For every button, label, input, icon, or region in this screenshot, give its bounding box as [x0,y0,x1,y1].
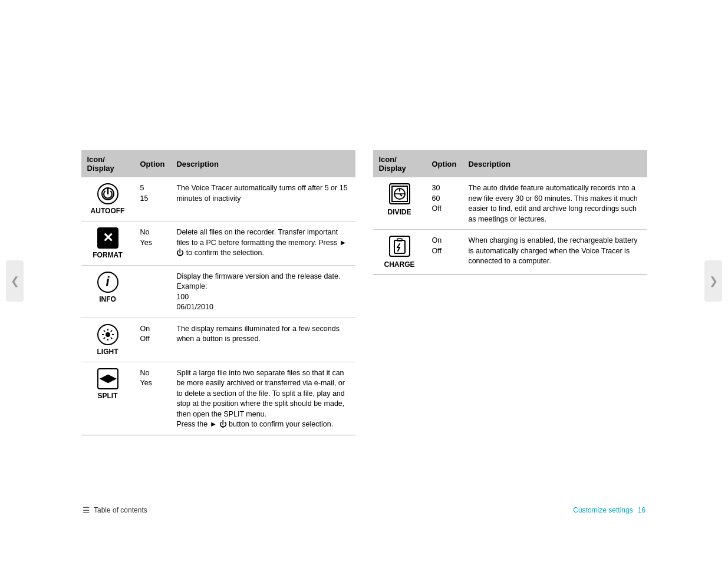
option-cell-light: OnOff [134,318,171,362]
icon-cell-format: ✕ FORMAT [81,222,134,266]
tables-row: Icon/Display Option Description [81,150,647,435]
info-label: INFO [87,295,129,305]
svg-line-9 [110,330,111,332]
desc-cell-charge: When charging is enabled, the rechargeab… [462,230,647,275]
format-label: FORMAT [87,250,129,260]
table-row: LIGHT OnOff The display remains illumina… [81,318,355,362]
icon-cell-autooff: AUTOOFF [81,177,134,221]
left-col-option: Option [134,150,171,177]
charge-label: CHARGE [379,260,420,270]
page-number: 16 [638,506,645,514]
svg-line-10 [103,338,104,339]
option-cell-format: NoYes [134,222,171,266]
desc-cell-divide: The auto divide feature automatically re… [462,177,647,230]
chevron-right-icon: ❯ [709,275,718,287]
icon-cell-split: ◀▶ SPLIT [81,362,134,435]
left-table: Icon/Display Option Description [81,150,355,435]
option-cell-autooff: 515 [134,177,171,221]
content-area: Icon/Display Option Description [81,150,647,435]
option-cell-info [134,265,171,318]
light-icon [97,324,118,345]
option-cell-split: NoYes [134,362,171,435]
left-col-icon-display: Icon/Display [81,150,134,177]
svg-line-7 [103,330,104,332]
split-label: SPLIT [87,391,129,401]
right-table: Icon/Display Option Description [373,150,647,275]
chevron-left-icon: ❮ [11,275,19,287]
right-col-option: Option [426,150,463,177]
light-label: LIGHT [87,347,129,357]
divide-label: DIVIDE [379,207,420,217]
info-icon: i [97,272,118,293]
table-row: ✕ FORMAT NoYes Delete all files on the r… [81,222,355,266]
table-row: i INFO Display the firmware version and … [81,265,355,318]
desc-cell-format: Delete all files on the recorder. Transf… [170,222,355,266]
autooff-label: AUTOOFF [87,206,129,216]
option-cell-charge: OnOff [426,230,463,275]
footer-right: Customize settings 16 [573,506,645,514]
divide-icon [389,183,410,204]
desc-cell-light: The display remains illuminated for a fe… [170,318,355,362]
svg-point-2 [106,332,110,337]
option-cell-divide: 3060Off [426,177,463,230]
footer-bar: ☰ Table of contents Customize settings 1… [0,505,728,515]
table-row: CHARGE OnOff When charging is enabled, t… [373,230,647,275]
autooff-icon [97,183,118,204]
page: ❮ ❯ Icon/Display Option Description [0,0,728,562]
toc-icon: ☰ [83,505,90,515]
icon-cell-charge: CHARGE [373,230,426,275]
icon-cell-light: LIGHT [81,318,134,362]
svg-line-8 [110,338,111,339]
table-row: DIVIDE 3060Off The auto divide feature a… [373,177,647,230]
table-row: ◀▶ SPLIT NoYes Split a large file into t… [81,362,355,435]
nav-arrow-left[interactable]: ❮ [6,260,24,302]
nav-arrow-right[interactable]: ❯ [704,260,722,302]
toc-label[interactable]: Table of contents [94,506,147,514]
right-col-description: Description [462,150,647,177]
left-col-description: Description [170,150,355,177]
charge-icon [389,236,410,257]
format-icon: ✕ [97,227,118,249]
table-row: AUTOOFF 515 The Voice Tracer automatical… [81,177,355,221]
footer-left: ☰ Table of contents [83,505,147,515]
desc-cell-info: Display the firmware version and the rel… [170,265,355,318]
icon-cell-divide: DIVIDE [373,177,426,230]
right-col-icon-display: Icon/Display [373,150,426,177]
section-label: Customize settings [573,506,633,514]
split-icon: ◀▶ [97,368,118,389]
icon-cell-info: i INFO [81,265,134,318]
desc-cell-autooff: The Voice Tracer automatically turns off… [170,177,355,221]
desc-cell-split: Split a large file into two separate fil… [170,362,355,435]
